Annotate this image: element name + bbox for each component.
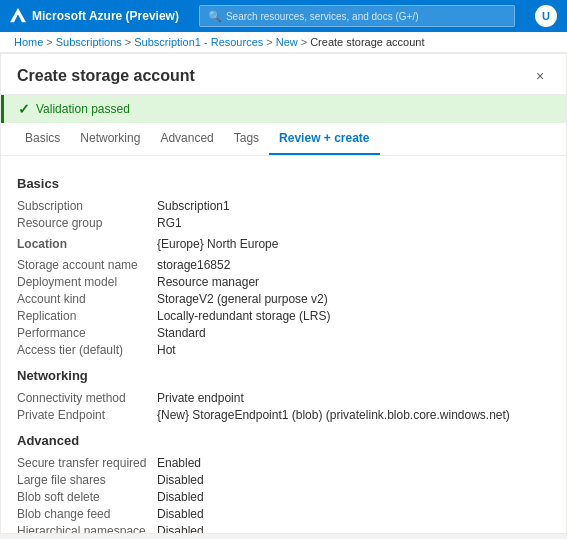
breadcrumb-subscriptions[interactable]: Subscriptions [56,36,122,48]
label-performance: Performance [17,324,157,341]
close-button[interactable]: × [530,66,550,86]
value-hierarchical: Disabled [157,522,550,534]
tab-basics[interactable]: Basics [15,123,70,155]
networking-table: Connectivity method Private endpoint Pri… [17,389,550,423]
value-performance: Standard [157,324,550,341]
value-location: {Europe} North Europe [157,235,550,252]
table-row: Blob soft delete Disabled [17,488,550,505]
label-replication: Replication [17,307,157,324]
label-large-file: Large file shares [17,471,157,488]
value-replication: Locally-redundant storage (LRS) [157,307,550,324]
value-large-file: Disabled [157,471,550,488]
breadcrumb: Home > Subscriptions > Subscription1 - R… [0,32,567,53]
value-subscription: Subscription1 [157,197,550,214]
table-row: Access tier (default) Hot [17,341,550,358]
value-blob-soft: Disabled [157,488,550,505]
table-row: Connectivity method Private endpoint [17,389,550,406]
value-access-tier: Hot [157,341,550,358]
table-row: Large file shares Disabled [17,471,550,488]
topbar-title: Microsoft Azure (Preview) [32,9,179,23]
basics-table-1: Subscription Subscription1 Resource grou… [17,197,550,231]
validation-text: Validation passed [36,102,130,116]
advanced-table: Secure transfer required Enabled Large f… [17,454,550,534]
breadcrumb-subscription1[interactable]: Subscription1 - Resources [134,36,263,48]
value-resource-group: RG1 [157,214,550,231]
tab-advanced[interactable]: Advanced [150,123,223,155]
avatar[interactable]: U [535,5,557,27]
label-storage-name: Storage account name [17,256,157,273]
advanced-section-title: Advanced [17,433,550,448]
tab-review-create[interactable]: Review + create [269,123,379,155]
label-account-kind: Account kind [17,290,157,307]
value-secure-transfer: Enabled [157,454,550,471]
value-blob-change: Disabled [157,505,550,522]
label-hierarchical: Hierarchical namespace [17,522,157,534]
table-row: Account kind StorageV2 (general purpose … [17,290,550,307]
table-row: Private Endpoint {New} StorageEndpoint1 … [17,406,550,423]
label-blob-change: Blob change feed [17,505,157,522]
breadcrumb-home[interactable]: Home [14,36,43,48]
table-row: Secure transfer required Enabled [17,454,550,471]
tab-networking[interactable]: Networking [70,123,150,155]
breadcrumb-current: Create storage account [310,36,424,48]
label-deployment: Deployment model [17,273,157,290]
panel-content: Basics Subscription Subscription1 Resour… [1,156,566,534]
networking-section-title: Networking [17,368,550,383]
search-placeholder: Search resources, services, and docs (G+… [226,11,419,22]
label-private-endpoint: Private Endpoint [17,406,157,423]
label-connectivity: Connectivity method [17,389,157,406]
basics-table-2: Storage account name storage16852 Deploy… [17,256,550,358]
label-resource-group: Resource group [17,214,157,231]
create-storage-panel: Create storage account × ✓ Validation pa… [0,53,567,534]
panel-header: Create storage account × [1,54,566,95]
table-row: Resource group RG1 [17,214,550,231]
panel-title: Create storage account [17,67,195,85]
tab-tags[interactable]: Tags [224,123,269,155]
table-row: Replication Locally-redundant storage (L… [17,307,550,324]
table-row: Subscription Subscription1 [17,197,550,214]
label-location: Location [17,235,157,252]
basics-section-title: Basics [17,176,550,191]
topbar: Microsoft Azure (Preview) 🔍 Search resou… [0,0,567,32]
table-row: Storage account name storage16852 [17,256,550,273]
value-account-kind: StorageV2 (general purpose v2) [157,290,550,307]
table-row: Location {Europe} North Europe [17,235,550,252]
table-row: Blob change feed Disabled [17,505,550,522]
label-blob-soft: Blob soft delete [17,488,157,505]
label-subscription: Subscription [17,197,157,214]
value-connectivity: Private endpoint [157,389,550,406]
check-icon: ✓ [18,101,30,117]
table-row: Deployment model Resource manager [17,273,550,290]
label-secure-transfer: Secure transfer required [17,454,157,471]
value-storage-name: storage16852 [157,256,550,273]
validation-banner: ✓ Validation passed [1,95,566,123]
table-row: Hierarchical namespace Disabled [17,522,550,534]
breadcrumb-new[interactable]: New [276,36,298,48]
search-box[interactable]: 🔍 Search resources, services, and docs (… [199,5,515,27]
value-deployment: Resource manager [157,273,550,290]
basics-location-table: Location {Europe} North Europe [17,235,550,252]
label-access-tier: Access tier (default) [17,341,157,358]
search-icon: 🔍 [208,10,222,23]
tab-bar: Basics Networking Advanced Tags Review +… [1,123,566,156]
table-row: Performance Standard [17,324,550,341]
value-private-endpoint: {New} StorageEndpoint1 (blob) (privateli… [157,406,550,423]
azure-logo: Microsoft Azure (Preview) [10,8,179,24]
